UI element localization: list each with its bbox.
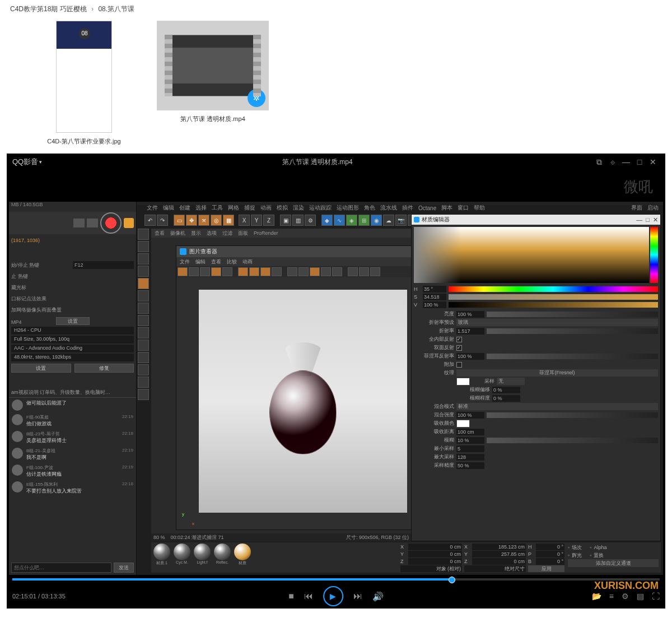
redo-icon[interactable]: ↷ bbox=[157, 215, 168, 226]
picture-viewer-window[interactable]: 图片查看器 文件编辑查看比较动画 bbox=[176, 245, 413, 530]
min-samples-input[interactable]: 5 bbox=[456, 445, 484, 452]
apply-button[interactable]: 应用 bbox=[528, 565, 564, 572]
breadcrumb-sub[interactable]: 08.第八节课 bbox=[98, 5, 134, 13]
minimize-icon[interactable]: — bbox=[619, 155, 633, 169]
material-slot[interactable]: Light.f bbox=[193, 544, 212, 572]
pos-x-input[interactable]: 0 cm bbox=[408, 544, 462, 550]
hue-slider[interactable] bbox=[650, 227, 658, 283]
value-input[interactable]: 100 % bbox=[423, 301, 446, 308]
camera-icon[interactable]: 📷 bbox=[395, 215, 407, 226]
double-sided-checkbox[interactable] bbox=[456, 345, 462, 351]
pip-icon[interactable]: ⧉ bbox=[592, 155, 606, 169]
z-axis-toggle[interactable]: Z bbox=[263, 215, 274, 226]
playlist-icon[interactable]: ▤ bbox=[637, 592, 644, 601]
texture-button[interactable]: 菲涅耳(Fresnel) bbox=[456, 369, 658, 377]
breadcrumb-root[interactable]: C4D教学第18期 巧匠樱桃 bbox=[10, 5, 87, 13]
file-thumbnail-mp4[interactable]: ✲ 第八节课 透明材质.mp4 bbox=[157, 21, 269, 146]
environment-icon[interactable]: ☁ bbox=[383, 215, 394, 226]
breadcrumb[interactable]: C4D教学第18期 巧匠樱桃 › 08.第八节课 bbox=[6, 2, 666, 21]
close-icon[interactable]: ✕ bbox=[646, 155, 660, 169]
subtitle-icon[interactable]: ≡ bbox=[609, 592, 614, 601]
blend-mode-select[interactable]: 标准 bbox=[456, 403, 658, 410]
select-tool[interactable]: ▭ bbox=[174, 215, 185, 226]
add-channel-button[interactable]: 添加自定义通道 bbox=[568, 559, 659, 567]
undo-icon[interactable]: ↶ bbox=[144, 215, 156, 226]
material-slot[interactable]: Reflec. bbox=[213, 544, 232, 572]
deformer-icon[interactable]: ◉ bbox=[371, 215, 382, 226]
ior-preset-select[interactable]: 玻璃 bbox=[456, 319, 658, 326]
chat-input[interactable] bbox=[11, 563, 111, 573]
max-samples-input[interactable]: 128 bbox=[456, 454, 484, 461]
mode-toolbar[interactable] bbox=[138, 229, 150, 541]
blur-scale-input[interactable]: 0 % bbox=[492, 395, 520, 402]
saturation-bar[interactable] bbox=[449, 294, 658, 300]
send-button[interactable]: 发送 bbox=[114, 563, 134, 573]
pos-y-input[interactable]: 0 cm bbox=[408, 551, 462, 558]
maximize-icon[interactable]: □ bbox=[646, 216, 650, 224]
fullscreen-icon[interactable]: ⛶ bbox=[652, 592, 660, 601]
size-mode-select[interactable]: 绝对尺寸 bbox=[464, 565, 526, 572]
minimize-icon[interactable]: — bbox=[636, 216, 642, 224]
prev-button[interactable]: ⏮ bbox=[304, 591, 313, 601]
material-slot[interactable]: 材质 bbox=[233, 544, 252, 572]
saturation-input[interactable]: 34.518 % bbox=[423, 294, 446, 300]
folder-icon[interactable] bbox=[73, 219, 85, 227]
pos-z-input[interactable]: 0 cm bbox=[408, 558, 462, 565]
video-surface[interactable]: 微吼 XURISN.COM 文件编辑创建选择工具网格捕捉动画模拟渲染运动跟踪运动… bbox=[7, 170, 665, 575]
render-settings-icon[interactable]: ⚙ bbox=[305, 215, 316, 226]
hotkey-input[interactable]: F12 bbox=[73, 261, 134, 269]
material-slot[interactable]: Cyc M. bbox=[172, 544, 192, 572]
grid-icon[interactable]: ▦ bbox=[223, 215, 234, 226]
tir-checkbox[interactable] bbox=[456, 337, 462, 342]
record-button[interactable] bbox=[100, 212, 122, 234]
close-icon[interactable]: ✕ bbox=[653, 216, 658, 224]
absorption-color-swatch[interactable] bbox=[456, 420, 470, 428]
sample-accuracy-input[interactable]: 50 % bbox=[456, 462, 484, 469]
maximize-icon[interactable]: □ bbox=[633, 155, 646, 169]
render-region-icon[interactable]: ▥ bbox=[292, 215, 304, 226]
size-y-input[interactable]: 257.85 cm bbox=[472, 551, 526, 558]
y-axis-toggle[interactable]: Y bbox=[251, 215, 262, 226]
cube-primitive[interactable]: ◆ bbox=[321, 215, 333, 226]
play-button[interactable]: ▶ bbox=[323, 586, 343, 606]
rot-b-input[interactable]: 0 ° bbox=[536, 558, 564, 565]
blend-strength-input[interactable]: 100 % bbox=[456, 412, 484, 419]
volume-icon[interactable]: 🔊 bbox=[372, 591, 384, 602]
c4d-main-menu[interactable]: 文件编辑创建选择工具网格捕捉动画模拟渲染运动跟踪运动图形角色流水线插件Octan… bbox=[144, 203, 659, 213]
rot-h-input[interactable]: 0 ° bbox=[536, 544, 564, 550]
file-thumbnail-jpg[interactable]: C4D-第八节课作业要求.jpg bbox=[28, 21, 140, 146]
blur-input[interactable]: 10 % bbox=[456, 437, 484, 444]
app-name[interactable]: QQ影音 bbox=[12, 157, 38, 167]
size-x-input[interactable]: 185.123 cm bbox=[472, 544, 526, 550]
texture-swatch[interactable] bbox=[456, 378, 470, 386]
render-icon[interactable]: ▣ bbox=[280, 215, 291, 226]
progress-bar[interactable] bbox=[12, 578, 660, 580]
brightness-input[interactable]: 100 % bbox=[456, 311, 484, 318]
ior-input[interactable]: 1.517 bbox=[456, 328, 484, 335]
additive-checkbox[interactable] bbox=[456, 362, 462, 368]
zoom-value[interactable]: 80 % bbox=[153, 535, 165, 540]
value-bar[interactable] bbox=[449, 302, 658, 308]
color-field[interactable] bbox=[414, 227, 649, 283]
x-axis-toggle[interactable]: X bbox=[239, 215, 250, 226]
open-file-icon[interactable]: 📂 bbox=[592, 592, 601, 601]
pin-icon[interactable]: ⟐ bbox=[606, 155, 619, 169]
rot-p-input[interactable]: 0 ° bbox=[536, 551, 564, 558]
material-editor-window[interactable]: 材质编辑器 —□✕ H35 ° S34.518 % V100 % 亮度100 %… bbox=[411, 214, 661, 541]
array-icon[interactable]: ⊞ bbox=[358, 215, 370, 226]
absorption-distance-input[interactable]: 100 cm bbox=[456, 429, 484, 435]
move-tool[interactable]: ✥ bbox=[186, 215, 197, 226]
stop-icon[interactable] bbox=[87, 219, 98, 227]
size-z-input[interactable]: 0 cm bbox=[472, 558, 526, 565]
pause-icon[interactable] bbox=[124, 218, 134, 228]
hue-input[interactable]: 35 ° bbox=[423, 286, 446, 292]
repair-button[interactable]: 修复 bbox=[74, 364, 134, 373]
coord-mode-select[interactable]: 对象 (相对) bbox=[400, 565, 462, 572]
material-slot[interactable]: 材质.1 bbox=[152, 544, 171, 572]
fresnel-input[interactable]: 100 % bbox=[456, 353, 484, 360]
rotate-tool[interactable]: ◎ bbox=[211, 215, 222, 226]
sample-select[interactable]: 无 bbox=[497, 378, 525, 385]
nurbs-icon[interactable]: ◈ bbox=[346, 215, 357, 226]
hue-bar[interactable] bbox=[449, 286, 658, 292]
spline-icon[interactable]: ∿ bbox=[334, 215, 345, 226]
